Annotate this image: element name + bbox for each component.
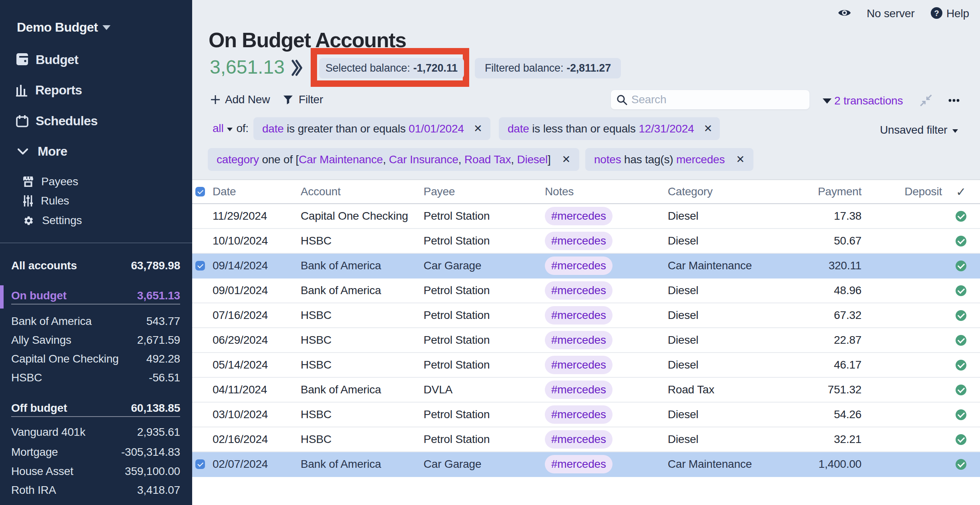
svg-text:?: ? bbox=[934, 9, 939, 18]
